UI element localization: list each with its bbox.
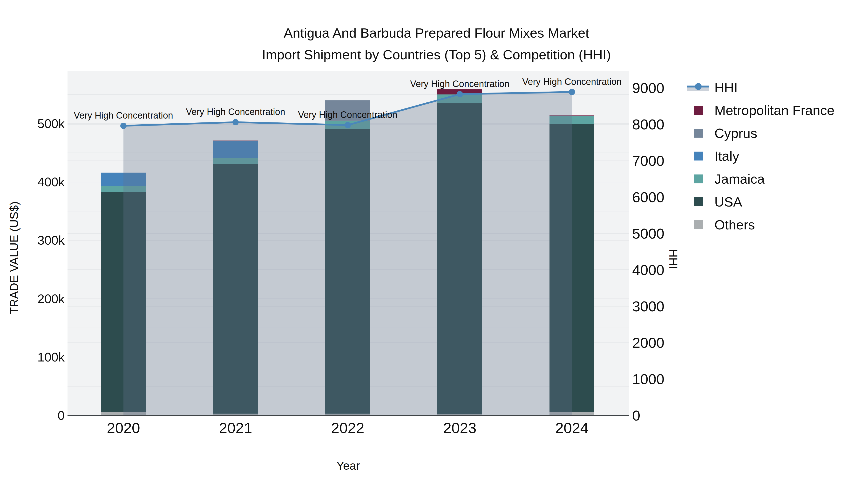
legend-item-cyprus[interactable]: Cyprus: [687, 122, 835, 144]
y-right-axis-title: HHI: [667, 249, 680, 269]
x-tick-2024: 2024: [555, 419, 589, 436]
plot-canvas: [0, 0, 868, 488]
legend-color-swatch-icon: [687, 99, 714, 122]
legend-label: Others: [714, 217, 755, 233]
y-right-tick-9000: 9000: [632, 80, 664, 96]
legend-item-usa[interactable]: USA: [687, 190, 835, 213]
hhi-marker-2021[interactable]: [232, 119, 239, 125]
y-right-tick-8000: 8000: [632, 116, 664, 133]
legend-label: HHI: [714, 79, 738, 95]
x-tick-2022: 2022: [331, 419, 364, 436]
legend-item-italy[interactable]: Italy: [687, 144, 835, 167]
chart-title-line2: Import Shipment by Countries (Top 5) & C…: [0, 44, 868, 66]
legend-label: USA: [714, 194, 742, 210]
y-right-tick-0: 0: [632, 407, 640, 424]
legend-label: Metropolitan France: [714, 102, 835, 118]
legend-color-swatch-icon: [687, 144, 714, 167]
legend-hhi-dot-icon: [695, 83, 702, 90]
legend-swatch-usa-icon: [694, 197, 703, 206]
legend-swatch-jamaica-icon: [694, 174, 703, 184]
hhi-marker-2023[interactable]: [457, 91, 463, 97]
legend-swatch-cyprus-icon: [694, 129, 703, 138]
chart-title-line1: Antigua And Barbuda Prepared Flour Mixes…: [0, 22, 868, 44]
hhi-marker-2024[interactable]: [569, 89, 575, 95]
chart-title: Antigua And Barbuda Prepared Flour Mixes…: [0, 22, 868, 66]
annotation-2021: Very High Concentration: [186, 106, 285, 117]
chart-root: Antigua And Barbuda Prepared Flour Mixes…: [0, 0, 868, 488]
legend-swatch-metropolitan-france-icon: [694, 106, 703, 115]
legend-label: Italy: [714, 148, 739, 164]
y-right-tick-6000: 6000: [632, 189, 664, 205]
x-axis-title: Year: [337, 459, 360, 472]
legend-color-swatch-icon: [687, 122, 714, 144]
y-left-tick-0: 0: [0, 408, 65, 423]
legend-label: Cyprus: [714, 125, 757, 141]
legend-color-swatch-icon: [687, 190, 714, 213]
hhi-marker-2022[interactable]: [345, 122, 351, 128]
legend-color-swatch-icon: [687, 167, 714, 190]
legend-hhi-line-swatch-icon: [687, 76, 714, 99]
legend-swatch-italy-icon: [694, 152, 703, 161]
legend-item-hhi[interactable]: HHI: [687, 76, 835, 99]
legend-item-others[interactable]: Others: [687, 213, 835, 236]
y-left-tick-400k: 400k: [0, 175, 65, 189]
legend-item-jamaica[interactable]: Jamaica: [687, 167, 835, 190]
y-left-tick-500k: 500k: [0, 117, 65, 131]
y-left-tick-200k: 200k: [0, 292, 65, 306]
legend-item-metropolitan-france[interactable]: Metropolitan France: [687, 99, 835, 122]
legend-swatch-others-icon: [694, 220, 703, 229]
x-tick-2023: 2023: [443, 419, 476, 436]
annotation-2022: Very High Concentration: [298, 110, 397, 120]
y-right-tick-2000: 2000: [632, 334, 664, 351]
y-right-tick-4000: 4000: [632, 262, 664, 278]
legend-color-swatch-icon: [687, 213, 714, 236]
y-right-tick-1000: 1000: [632, 371, 664, 388]
annotation-2024: Very High Concentration: [522, 76, 622, 87]
hhi-marker-2020[interactable]: [120, 123, 127, 129]
y-left-tick-100k: 100k: [0, 350, 65, 364]
x-tick-2020: 2020: [107, 419, 140, 436]
hhi-area-fill: [123, 92, 572, 416]
annotation-2023: Very High Concentration: [410, 78, 509, 89]
y-left-tick-300k: 300k: [0, 233, 65, 248]
annotation-2020: Very High Concentration: [74, 110, 173, 121]
y-right-tick-7000: 7000: [632, 153, 664, 169]
legend: HHIMetropolitan FranceCyprusItalyJamaica…: [687, 76, 835, 236]
legend-label: Jamaica: [714, 171, 765, 187]
y-right-tick-3000: 3000: [632, 298, 664, 315]
y-right-tick-5000: 5000: [632, 225, 664, 242]
x-tick-2021: 2021: [219, 419, 252, 436]
